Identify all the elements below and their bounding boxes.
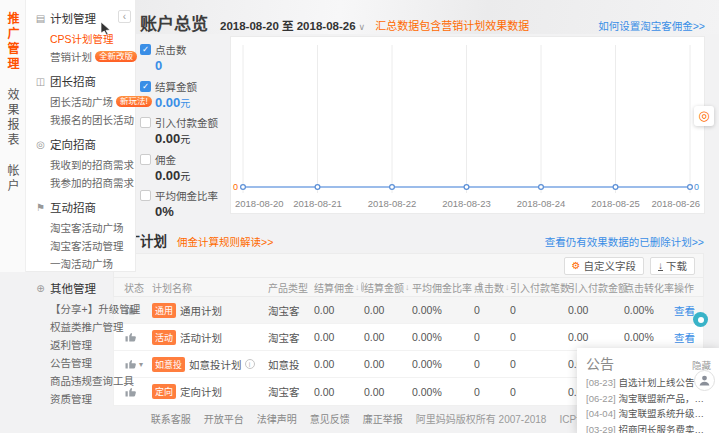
table-row: 通用通用计划 淘宝客 0.00 0.00 0.00% 0 0 0.00 0.00… [114,297,703,324]
announcement-item[interactable]: [04-04]淘宝联盟系统升级通知 [586,406,711,422]
flag-icon: ⚑ [35,202,46,213]
svg-text:2018-08-22: 2018-08-22 [368,198,417,209]
sortable-header[interactable]: 点击转化率↓ [624,280,674,295]
chat-service-icon[interactable] [693,312,708,327]
chevron-down-icon[interactable]: ∨ [359,22,366,32]
account-overview: ✓点击数 0 ✓结算金额 0.00元 引入付款金额 0.00元 佣金 0.00元… [140,36,705,214]
announcement-item[interactable]: [06-22]淘宝联盟新产品，魔力投上线啦 [586,391,711,407]
sidebar-collapse-button[interactable]: ‹ [118,10,131,23]
svg-text:0: 0 [694,182,699,192]
section-title: 计划管理 [50,10,96,26]
metric-clicks: ✓点击数 0 [140,42,230,73]
info-icon[interactable]: i [245,359,255,369]
sidebar-section-interactive: ⚑互动招商 淘宝客活动广场 淘宝客活动管理 一淘活动广场 [35,199,135,272]
metric-list: ✓点击数 0 ✓结算金额 0.00元 引入付款金额 0.00元 佣金 0.00元… [140,36,230,214]
rail-tab-reports[interactable]: 效果报表 [4,88,21,148]
footer-link-legal[interactable]: 法律声明 [257,411,297,426]
announcement-item[interactable]: [08-23]自选计划上线公告 [586,375,711,391]
checkbox-checked-icon[interactable]: ✓ [140,44,151,55]
download-button[interactable]: ↓下载 [650,257,695,275]
sidebar: ‹ ▤计划管理 CPS计划管理 营销计划全新改版 ◫团长招商 团长活动广场新玩法… [26,0,136,272]
floating-survey-icon[interactable]: ◎ [694,106,714,126]
sidebar-item-violation-tool[interactable]: 商品违规查询工具 [35,371,135,389]
sortable-header[interactable]: 引入付款金额↓ [568,280,624,295]
sidebar-item-joined-requests[interactable]: 我参加的招商需求 [35,173,135,191]
footer-link-integrity[interactable]: 廉正举报 [363,411,403,426]
copyright-text: 阿里妈妈版权所有 2007-2018 [416,411,547,426]
metric-value: 0.00元 [155,168,230,183]
footer-link-open-platform[interactable]: 开放平台 [204,411,244,426]
rail-tab-account[interactable]: 帐户 [4,164,21,194]
sidebar-item-my-leader-activities[interactable]: 我报名的团长活动 [35,110,135,128]
table-header: 状态 计划名称 产品类型 结算佣金↓i 结算金额↓ 平均佣金比率↓i 点击数↓ … [113,277,704,297]
svg-text:2018-08-26: 2018-08-26 [651,198,700,209]
sidebar-item-announce-manage[interactable]: 公告管理 [35,353,135,371]
metric-pay-amount: 引入付款金额 0.00元 [140,115,230,146]
checkbox-unchecked-icon[interactable] [140,154,151,165]
sortable-header[interactable]: 点击数↓ [474,280,510,295]
svg-text:2018-08-24: 2018-08-24 [517,198,566,209]
sidebar-item-taoke-plaza[interactable]: 淘宝客活动广场 [35,218,135,236]
sidebar-item-rights-promo[interactable]: 权益类推广管理 [35,317,135,335]
plan-name: 定向计划 [180,384,222,399]
custom-fields-button[interactable]: ⚙自定义字段 [564,257,644,275]
sidebar-item-qualification[interactable]: 资质管理 [35,389,135,407]
sortable-header[interactable]: 结算佣金↓i [314,280,364,295]
download-icon: ↓ [658,261,663,271]
section-title: 其他管理 [50,280,96,296]
new-play-badge: 新玩法! [116,96,152,107]
chart-plot: 002018-08-202018-08-212018-08-222018-08-… [231,37,704,213]
metric-commission: 佣金 0.00元 [140,152,230,183]
expand-caret-icon[interactable]: ▾ [139,360,143,369]
plan-type-badge: 活动 [152,330,176,345]
view-link[interactable]: 查看 [674,330,703,345]
plan-icon: ▤ [35,13,46,24]
metric-avg-rate: 平均佣金比率 0% [140,188,230,219]
sidebar-item-marketing-plan[interactable]: 营销计划全新改版 [35,47,135,65]
sidebar-item-etao-plaza[interactable]: 一淘活动广场 [35,254,135,272]
section-title: 团长招商 [50,73,96,89]
contact-person-icon[interactable] [694,370,715,391]
checkbox-unchecked-icon[interactable] [140,190,151,201]
sortable-header[interactable]: 引入付款笔数↓ [510,280,568,295]
sidebar-item-rebate[interactable]: 返利管理 [35,335,135,353]
commission-help-link[interactable]: 如何设置淘宝客佣金>> [598,18,705,33]
metric-value: 0.00元 [155,95,230,110]
metric-value: 0% [155,204,230,219]
plan-type-badge: 如意投 [152,357,185,372]
sidebar-item-leader-plaza[interactable]: 团长活动广场新玩法! [35,92,135,110]
sort-desc-icon: ↓ [405,282,410,292]
table-row: 活动活动计划 淘宝客 0.00 0.00 0.00% 0 0 0.00 0.00… [114,324,703,351]
sidebar-item-taoke-manage[interactable]: 淘宝客活动管理 [35,236,135,254]
sort-desc-icon: ↓ [355,282,360,292]
sidebar-item-received-requests[interactable]: 我收到的招商需求 [35,155,135,173]
commission-rule-link[interactable]: 佣金计算规则解读>> [177,234,273,249]
svg-text:2018-08-25: 2018-08-25 [591,198,640,209]
sortable-header[interactable]: 平均佣金比率↓i [412,280,474,295]
checkbox-unchecked-icon[interactable] [140,117,151,128]
plan-name: 如意投计划 [189,357,242,372]
svg-text:0: 0 [233,182,238,192]
plus-circle-icon: ⊕ [35,283,46,294]
svg-text:2018-08-23: 2018-08-23 [442,198,491,209]
deleted-plans-link[interactable]: 查看仍有效果数据的已删除计划>> [545,234,704,249]
sidebar-item-cps-plan[interactable]: CPS计划管理 [35,29,135,47]
table-toolbar: ⚙自定义字段 ↓下载 [113,253,704,277]
metric-settle-amount: ✓结算金额 0.00元 [140,79,230,110]
checkbox-checked-icon[interactable]: ✓ [140,81,151,92]
plan-type-badge: 定向 [152,384,176,399]
announcement-title: 公告 [586,353,614,373]
plan-name: 通用计划 [180,303,222,318]
date-range-picker[interactable]: 2018-08-20 至 2018-08-26 [220,17,356,33]
sidebar-item-share-upgrade[interactable]: 【分享+】升级管理 [35,299,135,317]
mouse-cursor-icon [100,22,111,35]
rail-tab-promotion[interactable]: 推广管理 [4,12,21,72]
svg-text:2018-08-21: 2018-08-21 [293,198,342,209]
announcement-item[interactable]: [03-29]招商团长服务费卖家设置教程 [586,422,711,433]
footer-link-feedback[interactable]: 意见反馈 [310,411,350,426]
footer-link-contact[interactable]: 联系客服 [151,411,191,426]
person-icon [698,374,711,387]
section-title: 定向招商 [50,136,96,152]
sort-desc-icon: ↓ [505,282,510,292]
sortable-header[interactable]: 结算金额↓ [364,280,412,295]
